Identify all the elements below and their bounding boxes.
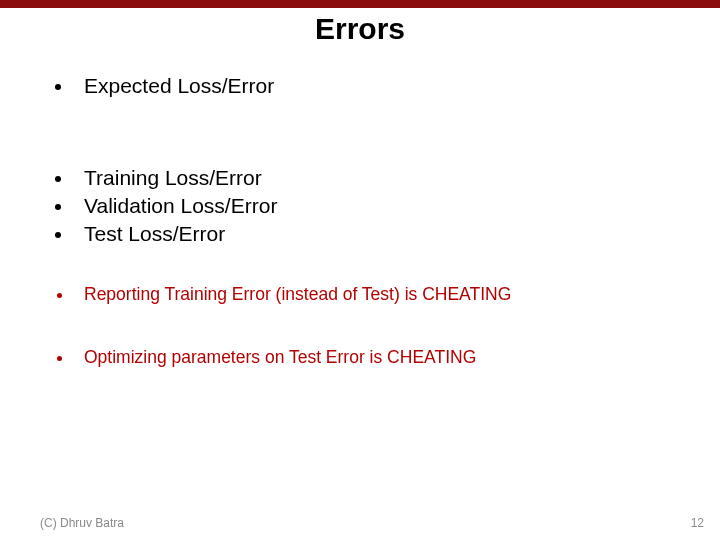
bullet-group-red-1: Reporting Training Error (instead of Tes… — [0, 284, 720, 305]
bullet-item: Test Loss/Error — [74, 222, 720, 246]
copyright-text: (C) Dhruv Batra — [40, 516, 124, 530]
bullet-group-red-2: Optimizing parameters on Test Error is C… — [0, 347, 720, 368]
slide: Errors Expected Loss/Error Training Loss… — [0, 0, 720, 540]
spacer — [0, 102, 720, 138]
spacer — [0, 305, 720, 347]
top-accent-bar — [0, 0, 720, 8]
bullet-group-2: Training Loss/Error Validation Loss/Erro… — [0, 166, 720, 246]
bullet-item-red: Optimizing parameters on Test Error is C… — [74, 347, 720, 368]
footer: (C) Dhruv Batra 12 — [0, 516, 720, 530]
page-number: 12 — [691, 516, 704, 530]
slide-title: Errors — [0, 12, 720, 46]
bullet-item-red: Reporting Training Error (instead of Tes… — [74, 284, 720, 305]
bullet-item: Training Loss/Error — [74, 166, 720, 190]
bullet-item: Expected Loss/Error — [74, 74, 720, 98]
bullet-item: Validation Loss/Error — [74, 194, 720, 218]
bullet-group-1: Expected Loss/Error — [0, 74, 720, 98]
spacer — [0, 250, 720, 284]
